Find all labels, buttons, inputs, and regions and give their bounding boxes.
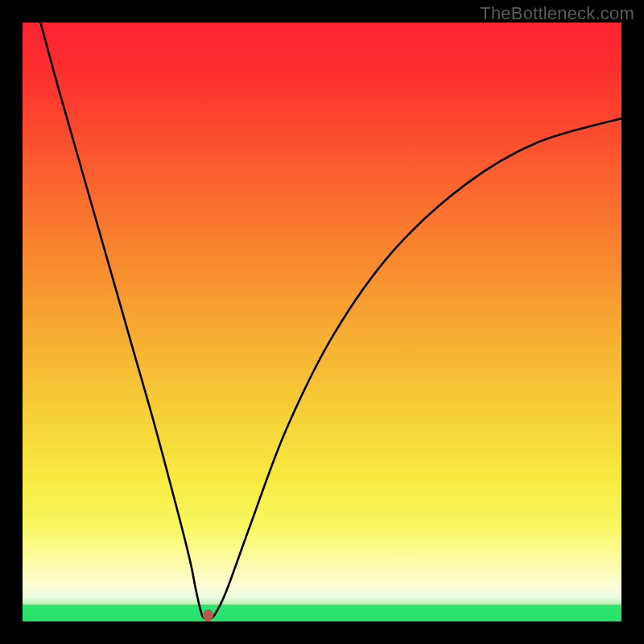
bottleneck-curve-line bbox=[40, 23, 621, 619]
chart-curve-svg bbox=[23, 23, 621, 621]
watermark-text: TheBottleneck.com bbox=[480, 3, 634, 24]
chart-plot-area bbox=[23, 23, 621, 621]
